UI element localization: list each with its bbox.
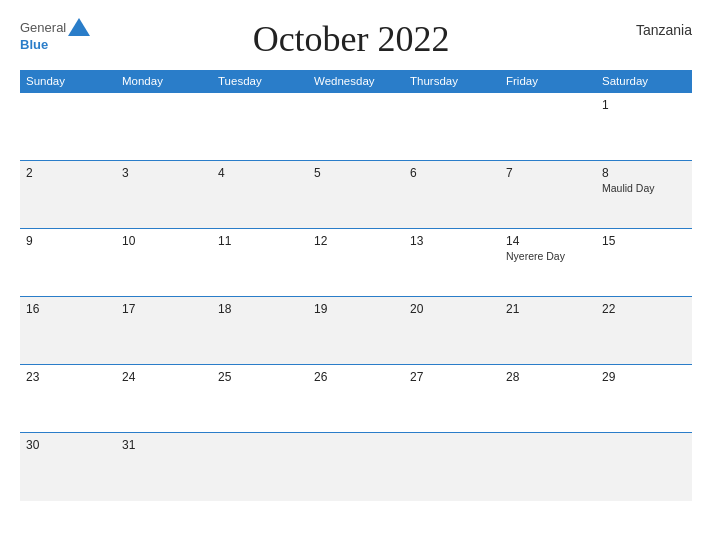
- calendar-cell: 14Nyerere Day: [500, 229, 596, 297]
- calendar-week-row: 91011121314Nyerere Day15: [20, 229, 692, 297]
- calendar-cell: 23: [20, 365, 116, 433]
- day-number: 16: [26, 302, 110, 316]
- day-number: 6: [410, 166, 494, 180]
- calendar-cell: [212, 93, 308, 161]
- col-friday: Friday: [500, 70, 596, 93]
- day-number: 1: [602, 98, 686, 112]
- calendar-cell: 13: [404, 229, 500, 297]
- calendar-cell: 31: [116, 433, 212, 501]
- calendar-cell: 11: [212, 229, 308, 297]
- day-number: 29: [602, 370, 686, 384]
- calendar-cell: 15: [596, 229, 692, 297]
- calendar-table: Sunday Monday Tuesday Wednesday Thursday…: [20, 70, 692, 501]
- day-number: 23: [26, 370, 110, 384]
- weekday-header-row: Sunday Monday Tuesday Wednesday Thursday…: [20, 70, 692, 93]
- calendar-cell: 30: [20, 433, 116, 501]
- calendar-cell: 9: [20, 229, 116, 297]
- calendar-cell: 19: [308, 297, 404, 365]
- day-number: 7: [506, 166, 590, 180]
- day-number: 22: [602, 302, 686, 316]
- calendar-cell: 17: [116, 297, 212, 365]
- country-label: Tanzania: [612, 18, 692, 38]
- calendar-cell: [116, 93, 212, 161]
- day-number: 21: [506, 302, 590, 316]
- calendar-cell: 28: [500, 365, 596, 433]
- calendar-week-row: 23242526272829: [20, 365, 692, 433]
- day-number: 24: [122, 370, 206, 384]
- col-monday: Monday: [116, 70, 212, 93]
- day-number: 12: [314, 234, 398, 248]
- logo-blue: Blue: [20, 38, 90, 52]
- calendar-cell: 3: [116, 161, 212, 229]
- day-number: 15: [602, 234, 686, 248]
- calendar-cell: 8Maulid Day: [596, 161, 692, 229]
- svg-marker-0: [68, 18, 90, 36]
- day-number: 11: [218, 234, 302, 248]
- logo: General Blue: [20, 18, 90, 52]
- day-number: 25: [218, 370, 302, 384]
- calendar-title: October 2022: [253, 19, 450, 59]
- day-number: 4: [218, 166, 302, 180]
- calendar-cell: [404, 433, 500, 501]
- day-event: Nyerere Day: [506, 250, 590, 262]
- calendar-cell: 10: [116, 229, 212, 297]
- day-number: 31: [122, 438, 206, 452]
- col-thursday: Thursday: [404, 70, 500, 93]
- logo-general: General: [20, 21, 66, 35]
- day-number: 27: [410, 370, 494, 384]
- page: General Blue October 2022 Tanzania Sunda…: [0, 0, 712, 550]
- day-number: 30: [26, 438, 110, 452]
- col-saturday: Saturday: [596, 70, 692, 93]
- calendar-cell: 2: [20, 161, 116, 229]
- calendar-week-row: 1: [20, 93, 692, 161]
- day-number: 2: [26, 166, 110, 180]
- calendar-cell: 4: [212, 161, 308, 229]
- calendar-cell: 7: [500, 161, 596, 229]
- col-tuesday: Tuesday: [212, 70, 308, 93]
- day-number: 26: [314, 370, 398, 384]
- day-number: 28: [506, 370, 590, 384]
- day-number: 20: [410, 302, 494, 316]
- logo-triangle-icon: [68, 16, 90, 38]
- calendar-cell: 18: [212, 297, 308, 365]
- calendar-cell: 5: [308, 161, 404, 229]
- calendar-cell: 21: [500, 297, 596, 365]
- calendar-cell: [596, 433, 692, 501]
- day-event: Maulid Day: [602, 182, 686, 194]
- calendar-cell: 29: [596, 365, 692, 433]
- calendar-cell: 16: [20, 297, 116, 365]
- calendar-cell: [308, 433, 404, 501]
- day-number: 13: [410, 234, 494, 248]
- calendar-week-row: 16171819202122: [20, 297, 692, 365]
- day-number: 17: [122, 302, 206, 316]
- day-number: 18: [218, 302, 302, 316]
- calendar-cell: [212, 433, 308, 501]
- day-number: 3: [122, 166, 206, 180]
- calendar-cell: 12: [308, 229, 404, 297]
- day-number: 14: [506, 234, 590, 248]
- calendar-cell: 6: [404, 161, 500, 229]
- day-number: 8: [602, 166, 686, 180]
- title-block: October 2022: [90, 18, 612, 60]
- calendar-cell: 20: [404, 297, 500, 365]
- day-number: 10: [122, 234, 206, 248]
- calendar-week-row: 3031: [20, 433, 692, 501]
- col-wednesday: Wednesday: [308, 70, 404, 93]
- calendar-cell: 24: [116, 365, 212, 433]
- calendar-cell: 26: [308, 365, 404, 433]
- calendar-cell: [308, 93, 404, 161]
- calendar-cell: [500, 433, 596, 501]
- calendar-cell: 25: [212, 365, 308, 433]
- calendar-cell: [404, 93, 500, 161]
- calendar-cell: [20, 93, 116, 161]
- calendar-week-row: 2345678Maulid Day: [20, 161, 692, 229]
- header: General Blue October 2022 Tanzania: [20, 18, 692, 60]
- col-sunday: Sunday: [20, 70, 116, 93]
- calendar-cell: 22: [596, 297, 692, 365]
- calendar-cell: [500, 93, 596, 161]
- calendar-cell: 1: [596, 93, 692, 161]
- day-number: 19: [314, 302, 398, 316]
- day-number: 5: [314, 166, 398, 180]
- calendar-cell: 27: [404, 365, 500, 433]
- day-number: 9: [26, 234, 110, 248]
